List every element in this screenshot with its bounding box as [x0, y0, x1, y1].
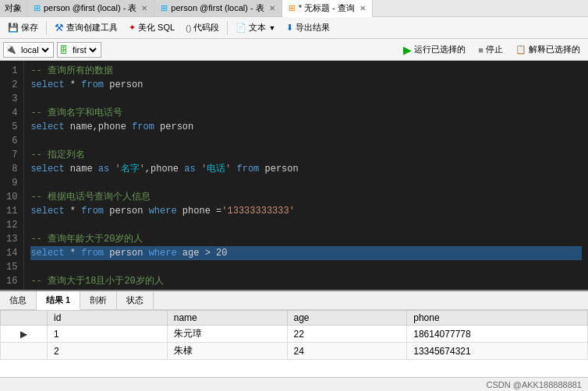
cell-id-2: 2: [48, 343, 168, 360]
table-icon-2: ⊞: [161, 3, 168, 13]
tab-object-panel: 对象: [0, 0, 27, 16]
code-line-4: -- 查询名字和电话号: [30, 106, 582, 120]
text-icon: 📄: [236, 23, 246, 33]
col-phone: phone: [407, 311, 588, 326]
text-dropdown-icon: ▼: [268, 24, 275, 32]
code-line-10: -- 根据电话号查询个人信息: [30, 190, 582, 204]
code-lines[interactable]: -- 查询所有的数据 select * from person -- 查询名字和…: [24, 61, 588, 290]
tab-result[interactable]: 结果 1: [37, 291, 80, 310]
export-button[interactable]: ⬇ 导出结果: [282, 20, 335, 35]
tab-query-label: * 无标题 - 查询: [299, 2, 355, 14]
code-line-14: select * from person where age > 20: [30, 246, 582, 260]
explain-label: 解释已选择的: [529, 44, 580, 55]
cell-name-1: 朱元璋: [167, 326, 287, 343]
db-first-select[interactable]: first: [69, 44, 99, 55]
result-table[interactable]: id name age phone ▶ 1 朱元璋 22 18614077778: [0, 310, 588, 377]
code-line-7: -- 指定列名: [30, 148, 582, 162]
table-icon-1: ⊞: [34, 3, 41, 13]
play-icon: ▶: [403, 44, 412, 56]
export-icon: ⬇: [286, 23, 293, 33]
save-label: 保存: [21, 22, 38, 33]
code-line-5: select name,phone from person: [30, 120, 582, 134]
main-toolbar: 💾 保存 ⚒ 查询创建工具 ✦ 美化 SQL () 代码段 📄 文本 ▼ ⬇ 导…: [0, 17, 588, 39]
code-editor[interactable]: 12345 678910 1112131415 1617 -- 查询所有的数据 …: [0, 61, 588, 290]
col-arrow: [1, 311, 48, 326]
tab-table-2[interactable]: ⊞ person @first (local) - 表 ✕: [154, 0, 282, 16]
stop-icon: ■: [478, 45, 484, 55]
cell-age-1: 22: [287, 326, 407, 343]
line-numbers: 12345 678910 1112131415 1617: [0, 61, 24, 290]
bottom-panel: 信息 结果 1 剖析 状态 id: [0, 290, 588, 391]
tab-close-2[interactable]: ✕: [269, 4, 275, 12]
tab-status[interactable]: 状态: [117, 291, 154, 309]
bottom-tabs: 信息 结果 1 剖析 状态: [0, 291, 588, 310]
status-text: CSDN @AKK188888881: [487, 380, 582, 389]
db-first-icon: 🗄: [59, 45, 68, 55]
col-id: id: [48, 311, 168, 326]
run-toolbar: 🔌 local 🗄 first ▶ 运行已选择的 ■ 停止 📋 解释已选择的: [0, 39, 588, 61]
code-line-3: [30, 92, 582, 106]
tab-close-1[interactable]: ✕: [141, 4, 147, 12]
tab-profile[interactable]: 剖析: [80, 291, 117, 309]
code-segment-icon: (): [186, 23, 191, 33]
tab-info-label: 信息: [9, 294, 27, 306]
code-line-1: -- 查询所有的数据: [30, 64, 582, 78]
code-line-9: [30, 176, 582, 190]
tab-close-query[interactable]: ✕: [360, 4, 366, 12]
save-icon: 💾: [8, 23, 19, 33]
code-line-13: -- 查询年龄大于20岁的人: [30, 232, 582, 246]
tab-table-1[interactable]: ⊞ person @first (local) - 表 ✕: [27, 0, 154, 16]
cell-age-2: 24: [287, 343, 407, 360]
beautify-label: 美化 SQL: [138, 22, 175, 33]
table-row: 2 朱棣 24 13345674321: [1, 343, 588, 360]
db-local-select[interactable]: local: [18, 44, 51, 55]
code-line-2: select * from person: [30, 78, 582, 92]
code-line-6: [30, 134, 582, 148]
db-local-icon: 🔌: [5, 44, 16, 55]
db-dropdown-local[interactable]: 🔌 local: [3, 42, 54, 58]
row-arrow-1: ▶: [1, 326, 48, 343]
sep-2: [227, 21, 228, 35]
top-section: 12345 678910 1112131415 1617 -- 查询所有的数据 …: [0, 61, 588, 391]
tab-bar: 对象 ⊞ person @first (local) - 表 ✕ ⊞ perso…: [0, 0, 588, 17]
code-line-16: -- 查询大于18且小于20岁的人: [30, 274, 582, 288]
code-line-12: [30, 218, 582, 232]
text-menu-button[interactable]: 📄 文本 ▼: [231, 20, 280, 35]
beautify-button[interactable]: ✦ 美化 SQL: [124, 20, 179, 35]
code-segment-button[interactable]: () 代码段: [181, 20, 224, 35]
cell-phone-2: 13345674321: [407, 343, 588, 360]
col-age: age: [287, 311, 407, 326]
run-button[interactable]: ▶ 运行已选择的: [398, 42, 470, 58]
tab-table-1-label: person @first (local) - 表: [44, 2, 136, 14]
row-arrow-2: [1, 343, 48, 360]
run-label: 运行已选择的: [414, 44, 466, 55]
tab-info[interactable]: 信息: [0, 291, 37, 309]
tab-result-label: 结果 1: [46, 294, 70, 306]
stop-button[interactable]: ■ 停止: [473, 42, 508, 57]
table-header-row: id name age phone: [1, 311, 588, 326]
text-label: 文本: [249, 22, 266, 33]
code-line-15: [30, 260, 582, 274]
explain-button[interactable]: 📋 解释已选择的: [511, 42, 585, 57]
db-dropdown-first[interactable]: 🗄 first: [57, 42, 101, 58]
col-name: name: [167, 311, 287, 326]
stop-label: 停止: [486, 44, 503, 55]
tab-status-label: 状态: [126, 294, 143, 306]
query-tool-button[interactable]: ⚒ 查询创建工具: [50, 20, 122, 35]
status-bar: CSDN @AKK188888881: [0, 377, 588, 391]
export-label: 导出结果: [296, 22, 330, 33]
cell-phone-1: 18614077778: [407, 326, 588, 343]
query-tool-label: 查询创建工具: [66, 22, 118, 33]
tab-query[interactable]: ⊞ * 无标题 - 查询 ✕: [282, 0, 373, 17]
code-segment-label: 代码段: [193, 22, 219, 33]
code-line-11: select * from person where phone ='13333…: [30, 204, 582, 218]
tab-table-2-label: person @first (local) - 表: [171, 2, 264, 14]
data-table: id name age phone ▶ 1 朱元璋 22 18614077778: [0, 310, 588, 360]
sep-1: [46, 21, 47, 35]
explain-icon: 📋: [515, 44, 526, 55]
query-tool-icon: ⚒: [55, 22, 64, 33]
code-line-8: select name as '名字',phone as '电话' from p…: [30, 162, 582, 176]
save-button[interactable]: 💾 保存: [3, 20, 43, 35]
object-panel-label: 对象: [5, 2, 22, 14]
tab-profile-label: 剖析: [90, 294, 107, 306]
